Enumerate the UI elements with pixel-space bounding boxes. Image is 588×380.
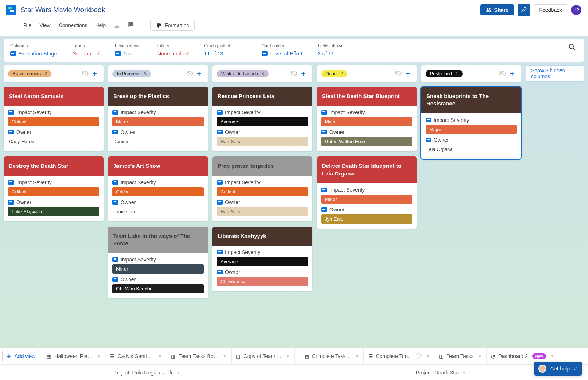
hide-column-icon[interactable] — [394, 70, 403, 78]
hide-column-icon[interactable] — [80, 70, 90, 78]
board-card[interactable]: Destroy the Death Star Impact Severity C… — [4, 156, 104, 221]
column-pill[interactable]: Waiting to Launch 3 — [217, 70, 269, 77]
hide-column-icon[interactable] — [498, 70, 508, 78]
field-icon — [321, 207, 327, 212]
impact-chip: Critical — [8, 187, 99, 196]
menu-help[interactable]: Help — [95, 22, 106, 28]
column-pill[interactable]: Brainstorming 2 — [8, 70, 51, 77]
owner-chip: Luke Skywalker — [8, 207, 99, 216]
workbook-title[interactable]: Star Wars Movie Workbook — [21, 6, 105, 14]
board-card[interactable]: Train Luke in the ways of The Force Impa… — [108, 227, 208, 299]
filter-filters-value[interactable]: None applied — [157, 51, 189, 57]
board-card[interactable]: Prep proton torpedos Impact Severity Cri… — [212, 156, 312, 221]
add-card-icon[interactable]: + — [299, 69, 308, 79]
chevron-down-icon[interactable]: ▼ — [97, 354, 101, 358]
impact-chip: Critical — [8, 117, 99, 126]
column-pill[interactable]: Postponed 1 — [426, 70, 463, 77]
chevron-down-icon[interactable]: ▼ — [177, 370, 180, 374]
impact-label: Impact Severity — [217, 180, 308, 185]
column-pill[interactable]: In Progress 3 — [112, 70, 151, 77]
board-card[interactable]: Break up the Plastics Impact Severity Ma… — [108, 87, 208, 151]
board-card[interactable]: Janice's Art Show Impact Severity Critic… — [108, 156, 208, 221]
tab-halloween[interactable]: ▦Halloween Pla…▼ — [42, 348, 105, 364]
comment-icon[interactable] — [128, 22, 134, 29]
chevron-down-icon[interactable]: ▼ — [286, 354, 290, 358]
feedback-button[interactable]: Feedback — [534, 4, 567, 15]
impact-chip: Critical — [217, 187, 308, 196]
hide-column-icon[interactable] — [289, 70, 299, 78]
show-hidden-columns-button[interactable]: Show 3 hidden columns — [526, 65, 584, 82]
user-avatar[interactable]: HP — [571, 5, 581, 15]
chevron-down-icon[interactable]: ▼ — [355, 354, 359, 358]
expand-icon: ⤢ — [573, 366, 578, 372]
filter-cards-value[interactable]: 11 of 13 — [204, 51, 230, 57]
link-button[interactable] — [518, 4, 530, 16]
board-card[interactable]: Rescue Princess Leia Impact Severity Ave… — [212, 87, 312, 151]
board-card[interactable]: Sneak blueprints to The Resistance Impac… — [421, 87, 521, 159]
tab-team-tasks[interactable]: ▥Team Tasks▼ — [434, 348, 487, 364]
field-icon — [112, 277, 118, 282]
tab-complete-task[interactable]: ▦Complete Task…▼ — [300, 348, 364, 364]
project-regina[interactable]: Project: Ruin Regina's Life▼ — [0, 365, 294, 380]
impact-label: Impact Severity — [8, 109, 99, 115]
board-card[interactable]: Steal the Death Star Blueprint Impact Se… — [317, 87, 417, 151]
field-icon — [217, 200, 223, 205]
add-card-icon[interactable]: + — [508, 69, 517, 79]
filter-fields-value[interactable]: 3 of 11 — [318, 51, 344, 57]
formatting-button[interactable]: Formatting — [150, 20, 195, 31]
app-logo[interactable] — [6, 5, 16, 15]
get-help-button[interactable]: Get help ⤢ — [534, 362, 582, 376]
add-view-button[interactable]: + Add view — [2, 350, 40, 362]
chevron-down-icon[interactable]: ▼ — [223, 354, 227, 358]
help-icon[interactable]: ? — [416, 353, 422, 359]
field-icon — [321, 130, 327, 134]
chevron-down-icon[interactable]: ▼ — [551, 354, 554, 358]
filter-colors-value[interactable]: Level of Effort — [262, 51, 302, 57]
menu-file[interactable]: File — [23, 22, 32, 28]
field-icon — [8, 110, 14, 115]
tab-copy-team[interactable]: ▥Copy of Team …▼ — [232, 348, 295, 364]
owner-label: Owner — [112, 276, 204, 282]
filter-fields-label: Fields shown — [318, 43, 344, 48]
add-card-icon[interactable]: + — [194, 69, 204, 79]
owner-value: Damian — [112, 137, 204, 146]
help-avatar-icon — [538, 365, 546, 373]
card-title: Liberate Kashyyyk — [212, 227, 312, 246]
hide-column-icon[interactable] — [185, 70, 194, 78]
field-icon — [112, 257, 118, 262]
filter-lanes-value[interactable]: Not applied — [73, 51, 100, 57]
chevron-down-icon[interactable]: ▼ — [158, 354, 162, 358]
menu-connections[interactable]: Connections — [59, 22, 87, 28]
impact-chip: Critical — [112, 187, 204, 196]
board-card[interactable]: Liberate Kashyyyk Impact Severity Averag… — [212, 227, 312, 291]
filter-cards-label: Cards plotted — [204, 43, 230, 48]
menu-view[interactable]: View — [40, 22, 51, 28]
impact-chip: Minor — [112, 264, 204, 274]
share-button[interactable]: Share — [480, 4, 514, 15]
add-card-icon[interactable]: + — [90, 69, 99, 79]
chevron-down-icon[interactable]: ▼ — [478, 354, 482, 358]
menu-divider — [142, 22, 142, 29]
card-title: Prep proton torpedos — [212, 156, 312, 175]
tab-cady-gantt[interactable]: ☰Cady's Gantt …▼ — [105, 348, 166, 364]
column-pill[interactable]: Done 2 — [321, 70, 347, 77]
cloud-icon[interactable]: ☁ — [114, 22, 120, 29]
tab-complete-tim[interactable]: ☰Complete Tim…?▼ — [364, 348, 434, 364]
card-title: Janice's Art Show — [108, 156, 208, 175]
board-card[interactable]: Steal Aaron Samuels Impact Severity Crit… — [4, 87, 104, 151]
impact-label: Impact Severity — [217, 109, 308, 115]
impact-label: Impact Severity — [321, 187, 412, 193]
card-title: Break up the Plastics — [108, 87, 208, 106]
column-name: Brainstorming — [12, 71, 41, 76]
search-icon[interactable] — [568, 43, 578, 53]
filter-columns-value[interactable]: Execution Stage — [10, 51, 57, 57]
chevron-down-icon[interactable]: ▼ — [462, 370, 466, 374]
add-card-icon[interactable]: + — [403, 69, 412, 79]
board-card[interactable]: Deliver Death Star blueprint to Leia Org… — [317, 156, 417, 229]
tab-team-tasks-board[interactable]: ▥Team Tasks Bo…▼ — [166, 348, 232, 364]
owner-label: Owner — [217, 129, 308, 135]
filter-levels-value[interactable]: Task — [115, 51, 142, 57]
chevron-down-icon[interactable]: ▼ — [426, 354, 430, 358]
impact-label: Impact Severity — [8, 180, 99, 185]
impact-label: Impact Severity — [112, 180, 204, 185]
